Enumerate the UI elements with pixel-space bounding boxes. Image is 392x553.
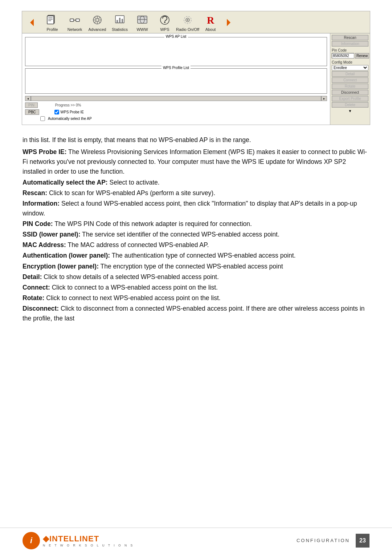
pin-button[interactable]: PIN bbox=[25, 102, 38, 108]
detail-para: Detail: Click to show details of a selec… bbox=[23, 272, 369, 282]
doc-body: in this list. If the list is empty, that… bbox=[23, 135, 369, 323]
toolbar-btn-www[interactable]: WWW bbox=[131, 13, 154, 32]
forward-button[interactable] bbox=[222, 16, 235, 29]
panel-right: Rescan Information Pin Code Renew Config… bbox=[330, 33, 370, 125]
logo-mark: i bbox=[23, 532, 40, 549]
auto-select-row: Automatically select the AP bbox=[40, 116, 327, 121]
scrollbar-row: ◄ ► bbox=[25, 96, 327, 101]
advanced-icon bbox=[91, 13, 104, 27]
svg-marker-0 bbox=[30, 19, 34, 26]
rotate-button[interactable]: Rotate bbox=[332, 84, 368, 89]
svg-rect-5 bbox=[47, 16, 54, 24]
disconnect-def: Click to disconnect from a connected WPS… bbox=[23, 305, 365, 322]
svg-marker-37 bbox=[227, 19, 230, 26]
logo-sub: N E T W O R K S O L U T I O N S bbox=[43, 544, 134, 547]
connect-term: Connect: bbox=[23, 284, 50, 291]
pin-code-def: The WPS PIN Code of this network adapter… bbox=[54, 220, 252, 227]
ssid-def: The service set identifier of the connec… bbox=[82, 231, 279, 238]
wps-ap-list-legend: WPS AP List bbox=[164, 35, 188, 39]
www-label: WWW bbox=[136, 27, 148, 32]
disconnect-term: Disconnect: bbox=[23, 305, 59, 312]
auto-select-checkbox[interactable] bbox=[40, 116, 45, 121]
panel-body: WPS AP List WPS Profile List ◄ ► PIN Pro… bbox=[22, 33, 370, 125]
radio-onoff-label: Radio On/Off bbox=[176, 27, 199, 32]
pbc-button[interactable]: PBC bbox=[25, 109, 39, 115]
toolbar: Profile Network bbox=[22, 11, 370, 33]
advanced-label: Advanced bbox=[89, 27, 106, 32]
toolbar-btn-statistics[interactable]: Statistics bbox=[109, 13, 131, 32]
svg-rect-25 bbox=[119, 18, 121, 23]
config-mode-select[interactable]: Enrollee Registrar bbox=[332, 65, 368, 70]
auto-select-para: Automatically select the AP: Select to a… bbox=[23, 178, 369, 187]
wps-probe-ie-checkbox[interactable] bbox=[54, 110, 59, 114]
scroll-right-btn[interactable]: ► bbox=[321, 96, 327, 101]
scroll-left-btn[interactable]: ◄ bbox=[25, 96, 31, 101]
toolbar-btn-about[interactable]: R About bbox=[199, 13, 222, 32]
footer-right: Configuration 23 bbox=[297, 534, 369, 548]
information-button[interactable]: Information bbox=[332, 41, 368, 47]
svg-rect-24 bbox=[117, 20, 118, 23]
back-button[interactable] bbox=[26, 16, 39, 29]
scrollbar-track[interactable] bbox=[31, 96, 321, 101]
wps-probe-ie-def: The Wireless Provisioning Services Infor… bbox=[23, 148, 367, 175]
encryption-def: The encryption type of the connected WPS… bbox=[101, 263, 283, 270]
mac-def: The MAC address of connected WPS-enabled… bbox=[68, 241, 209, 249]
wps-icon bbox=[158, 13, 171, 27]
wps-probe-ie-para: WPS Probe IE: The Wireless Provisioning … bbox=[23, 147, 369, 177]
detail-button[interactable]: Detail bbox=[332, 71, 368, 77]
toolbar-btn-advanced[interactable]: Advanced bbox=[86, 13, 109, 32]
statistics-label: Statistics bbox=[112, 27, 128, 32]
about-label: About bbox=[205, 27, 216, 32]
wps-label: WPS bbox=[160, 27, 169, 32]
toolbar-btn-network[interactable]: Network bbox=[64, 13, 86, 32]
export-profile-button[interactable]: Export Profile bbox=[332, 96, 368, 101]
footer-logo: i ◆INTELLINET N E T W O R K S O L U T I … bbox=[23, 532, 134, 549]
encryption-para: Encryption (lower panel): The encryption… bbox=[23, 262, 369, 271]
svg-line-21 bbox=[95, 21, 97, 23]
wps-ap-list: WPS AP List bbox=[25, 37, 327, 66]
detail-def: Click to show details of a selected WPS-… bbox=[44, 273, 219, 280]
toolbar-btn-radio-onoff[interactable]: Radio On/Off bbox=[176, 13, 199, 32]
wps-probe-ie-term: WPS Probe IE: bbox=[23, 148, 67, 156]
rescan-button[interactable]: Rescan bbox=[332, 35, 368, 40]
ssid-para: SSID (lower panel): The service set iden… bbox=[23, 230, 369, 239]
panel-left: WPS AP List WPS Profile List ◄ ► PIN Pro… bbox=[22, 33, 330, 125]
disconnect-para: Disconnect: Click to disconnect from a c… bbox=[23, 304, 369, 323]
mac-term: MAC Address: bbox=[23, 241, 66, 249]
rescan-def: Click to scan for WPS-enabled APs (perfo… bbox=[49, 189, 215, 197]
profile-label: Profile bbox=[46, 27, 58, 32]
progress-text: Progress >> 0% bbox=[55, 103, 81, 107]
encryption-term: Encryption (lower panel): bbox=[23, 263, 99, 270]
toolbar-btn-wps[interactable]: WPS bbox=[154, 13, 176, 32]
rescan-term: Rescan: bbox=[23, 189, 47, 197]
delete-button[interactable]: Delete bbox=[332, 102, 368, 108]
detail-term: Detail: bbox=[23, 273, 42, 280]
svg-point-13 bbox=[96, 19, 99, 21]
pin-code-input[interactable] bbox=[332, 53, 354, 58]
logo-text-block: ◆INTELLINET N E T W O R K S O L U T I O … bbox=[43, 534, 134, 547]
pin-code-para: PIN Code: The WPS PIN Code of this netwo… bbox=[23, 219, 369, 229]
information-term: Information: bbox=[23, 200, 60, 207]
statistics-icon bbox=[113, 13, 126, 27]
auth-def: The authentication type of connected WPS… bbox=[112, 252, 296, 259]
wps-profile-list: WPS Profile List bbox=[25, 68, 327, 94]
pbc-controls: PBC WPS Probe IE bbox=[25, 109, 327, 115]
renew-button[interactable]: Renew bbox=[355, 53, 369, 58]
bottom-controls: PIN Progress >> 0% bbox=[25, 102, 327, 108]
screenshot-panel: Profile Network bbox=[22, 11, 370, 125]
page-badge: 23 bbox=[356, 534, 369, 548]
disconnect-button[interactable]: Disconnect bbox=[332, 90, 368, 95]
toolbar-btn-profile[interactable]: Profile bbox=[41, 13, 64, 32]
auth-term: Authentication (lower panel): bbox=[23, 252, 110, 259]
svg-rect-26 bbox=[122, 19, 123, 23]
profile-icon bbox=[46, 13, 59, 27]
radio-onoff-icon bbox=[181, 13, 194, 27]
connect-def: Click to connect to a WPS-enabled access… bbox=[52, 284, 218, 291]
information-def: Select a found WPS-enabled access point,… bbox=[23, 200, 357, 217]
pin-code-term: PIN Code: bbox=[23, 220, 53, 227]
svg-rect-9 bbox=[70, 19, 74, 21]
svg-rect-10 bbox=[76, 19, 79, 21]
auto-select-label: Automatically select the AP bbox=[48, 117, 92, 121]
connect-button[interactable]: Connect bbox=[332, 77, 368, 83]
svg-text:R: R bbox=[207, 15, 215, 26]
